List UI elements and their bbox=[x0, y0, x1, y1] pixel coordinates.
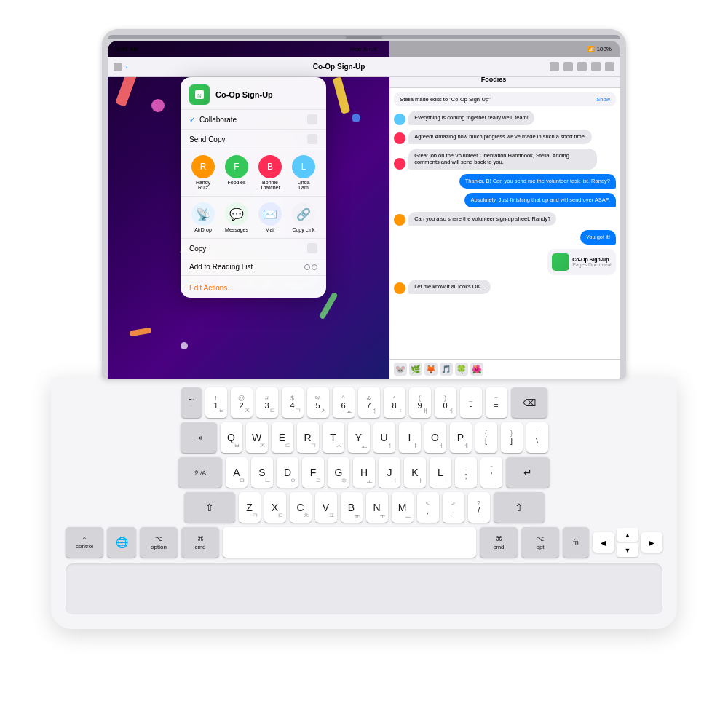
key-n[interactable]: Nㅜ bbox=[366, 492, 388, 523]
key-space[interactable] bbox=[223, 527, 476, 558]
key-minus[interactable]: _- bbox=[460, 387, 482, 418]
key-control[interactable]: ^ control bbox=[66, 527, 103, 558]
key-d[interactable]: Dㅇ bbox=[277, 457, 298, 488]
key-equals[interactable]: += bbox=[486, 387, 507, 418]
key-q[interactable]: Qㅂ bbox=[221, 422, 242, 453]
key-globe[interactable]: 🌐 bbox=[107, 527, 136, 558]
key-lbracket[interactable]: {[ bbox=[475, 422, 497, 453]
trackpad[interactable] bbox=[66, 563, 662, 614]
key-3[interactable]: #3ㄷ bbox=[256, 387, 278, 418]
key-c[interactable]: Cㅊ bbox=[290, 492, 312, 523]
key-9[interactable]: (9ㅐ bbox=[409, 387, 431, 418]
key-cmd-left[interactable]: ⌘ cmd bbox=[181, 527, 219, 558]
avatar-b2 bbox=[394, 158, 405, 170]
emoji-2[interactable]: 🌿 bbox=[409, 363, 422, 376]
key-tilde[interactable]: ~` bbox=[181, 387, 202, 418]
key-g[interactable]: Gㅎ bbox=[328, 457, 349, 488]
reading-list-row[interactable]: Add to Reading List bbox=[181, 258, 326, 276]
key-r[interactable]: Rㄱ bbox=[297, 422, 319, 453]
toolbar-icon-2[interactable] bbox=[563, 62, 573, 71]
key-semicolon[interactable]: :; bbox=[455, 457, 477, 488]
key-caps[interactable]: 한/A bbox=[178, 457, 222, 488]
share-mail[interactable]: ✉️ Mail bbox=[258, 202, 282, 232]
key-1[interactable]: !1ㅂ bbox=[205, 387, 227, 418]
person-bonnie[interactable]: B BonnieThatcher bbox=[258, 155, 282, 190]
key-quote[interactable]: "' bbox=[480, 457, 502, 488]
key-7[interactable]: &7ㅕ bbox=[358, 387, 380, 418]
person-randy[interactable]: R RandyRuiz bbox=[191, 155, 215, 190]
key-opt-right[interactable]: ⌥ opt bbox=[521, 527, 559, 558]
key-fn[interactable]: fn bbox=[563, 527, 589, 558]
key-6[interactable]: ^6ㅛ bbox=[333, 387, 355, 418]
send-copy-row[interactable]: Send Copy bbox=[181, 130, 326, 149]
toolbar-share-icon[interactable] bbox=[605, 62, 614, 71]
emoji-6[interactable]: 🌺 bbox=[470, 363, 483, 376]
collaborate-row[interactable]: ✓ Collaborate bbox=[181, 110, 326, 130]
key-2[interactable]: @2ㅈ bbox=[231, 387, 253, 418]
key-b[interactable]: Bㅠ bbox=[341, 492, 363, 523]
key-backspace[interactable]: ⌫ bbox=[511, 387, 547, 418]
messages-input-bar: 🐭 🌿 🦊 🎵 🍀 🌺 bbox=[389, 359, 620, 379]
key-h[interactable]: Hㅗ bbox=[353, 457, 375, 488]
key-t[interactable]: Tㅅ bbox=[323, 422, 344, 453]
emoji-3[interactable]: 🦊 bbox=[424, 363, 438, 376]
key-j[interactable]: Jㅓ bbox=[379, 457, 400, 488]
key-p[interactable]: Pㅔ bbox=[450, 422, 472, 453]
toolbar-icon-4[interactable] bbox=[591, 62, 601, 71]
key-arrow-right[interactable]: ▶ bbox=[641, 532, 662, 553]
key-k[interactable]: Kㅏ bbox=[404, 457, 426, 488]
edit-actions-row[interactable]: Edit Actions... bbox=[181, 276, 326, 298]
key-enter[interactable]: ↵ bbox=[506, 457, 550, 488]
msg-row-1: Everything is coming together really wel… bbox=[394, 111, 616, 125]
key-5[interactable]: %5ㅅ bbox=[307, 387, 329, 418]
key-cmd-right[interactable]: ⌘ cmd bbox=[480, 527, 518, 558]
key-rbracket[interactable]: }] bbox=[501, 422, 523, 453]
key-y[interactable]: Yㅛ bbox=[348, 422, 370, 453]
person-foodies[interactable]: F Foodies bbox=[225, 155, 248, 190]
emoji-4[interactable]: 🎵 bbox=[440, 363, 453, 376]
key-arrow-up[interactable]: ▲ bbox=[617, 528, 638, 542]
key-o[interactable]: Oㅐ bbox=[424, 422, 446, 453]
key-tab[interactable]: ⇥ bbox=[181, 422, 217, 453]
app-bar-back-label[interactable]: ‹ bbox=[126, 63, 128, 71]
key-l[interactable]: Lㅣ bbox=[430, 457, 451, 488]
key-period[interactable]: >. bbox=[443, 492, 464, 523]
key-0[interactable]: )0ㅔ bbox=[435, 387, 456, 418]
notification-show-button[interactable]: Show bbox=[596, 96, 610, 103]
key-arrow-down[interactable]: ▼ bbox=[617, 543, 638, 557]
copy-row[interactable]: Copy bbox=[181, 239, 326, 258]
toolbar-icon-3[interactable] bbox=[577, 62, 587, 71]
toolbar-icon-1[interactable] bbox=[550, 62, 559, 71]
key-shift-left[interactable]: ⇧ bbox=[184, 492, 235, 523]
key-slash[interactable]: ?/ bbox=[468, 492, 490, 523]
key-shift-right[interactable]: ⇧ bbox=[494, 492, 545, 523]
share-copy-link[interactable]: 🔗 Copy Link bbox=[292, 202, 315, 232]
person-linda[interactable]: L LindaLam bbox=[292, 155, 315, 190]
key-backslash[interactable]: |\ bbox=[526, 422, 548, 453]
key-8[interactable]: *8ㅑ bbox=[384, 387, 405, 418]
key-s[interactable]: Sㄴ bbox=[251, 457, 273, 488]
key-f[interactable]: Fㄹ bbox=[302, 457, 324, 488]
app-bar-back-icon[interactable] bbox=[114, 63, 122, 71]
emoji-app-icon[interactable]: 🐭 bbox=[394, 363, 407, 376]
key-arrow-left[interactable]: ◀ bbox=[593, 532, 614, 553]
key-row-number: ~` !1ㅂ @2ㅈ #3ㄷ $4ㄱ %5ㅅ ^6ㅛ &7ㅕ *8ㅑ (9ㅐ )… bbox=[66, 387, 662, 418]
emoji-5[interactable]: 🍀 bbox=[455, 363, 468, 376]
key-option-left[interactable]: ⌥ option bbox=[140, 527, 178, 558]
share-airdrop[interactable]: 📡 AirDrop bbox=[191, 202, 215, 232]
key-i[interactable]: Iㅑ bbox=[399, 422, 421, 453]
msg-bubble-2: Agreed! Amazing how much progress we've … bbox=[408, 130, 592, 144]
share-messages[interactable]: 💬 Messages bbox=[225, 202, 248, 232]
key-z[interactable]: Zㅋ bbox=[239, 492, 261, 523]
key-v[interactable]: Vㅍ bbox=[315, 492, 337, 523]
key-u[interactable]: Uㅕ bbox=[373, 422, 395, 453]
key-comma[interactable]: <, bbox=[417, 492, 439, 523]
key-m[interactable]: Mㅡ bbox=[392, 492, 414, 523]
key-a[interactable]: Aㅁ bbox=[226, 457, 248, 488]
key-x[interactable]: Xㅌ bbox=[264, 492, 286, 523]
key-e[interactable]: Eㄷ bbox=[272, 422, 293, 453]
key-4[interactable]: $4ㄱ bbox=[282, 387, 304, 418]
key-w[interactable]: Wㅈ bbox=[246, 422, 268, 453]
shared-doc[interactable]: Co-Op Sign-Up Pages Document bbox=[547, 249, 616, 275]
copy-icon bbox=[307, 243, 317, 253]
